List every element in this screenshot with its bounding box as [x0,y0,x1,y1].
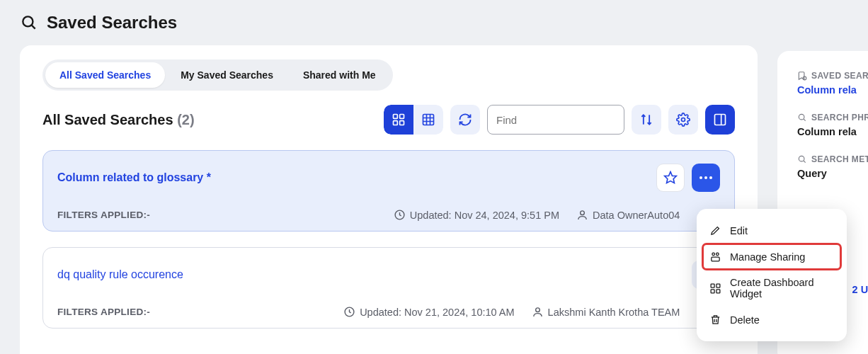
svg-rect-45 [711,289,714,292]
bookmark-icon [797,71,807,81]
svg-point-29 [535,308,539,312]
search-method-label: SEARCH METH [797,154,868,164]
svg-point-18 [704,176,707,179]
card-meta-row: FILTERS APPLIED:- Updated: Nov 21, 2024,… [57,306,720,318]
search-icon [797,113,807,122]
gear-icon [676,113,690,127]
card-header-row: Column related to glossary * [57,164,720,192]
panel-icon [713,113,727,127]
svg-point-41 [716,253,719,256]
svg-rect-6 [423,115,434,125]
grid-icon [392,113,406,127]
saved-search-name[interactable]: Column rela [797,84,868,96]
saved-search-card[interactable]: Column related to glossary * FILTERS APP… [42,150,735,232]
find-box[interactable] [487,105,624,135]
saved-search-title[interactable]: dq quality rule occurence [57,268,183,281]
svg-point-13 [682,118,685,122]
search-phrase-label: SEARCH PHRA [797,113,868,122]
section-title: All Saved Searches (2) [42,112,195,128]
svg-rect-42 [712,257,719,261]
svg-rect-3 [400,115,404,119]
search-phrase-value: Column rela [797,126,868,137]
owner-meta: Data OwnerAuto04 [576,209,680,221]
menu-delete[interactable]: Delete [702,307,841,333]
grid-view-button[interactable] [384,105,413,135]
sort-icon [639,113,653,127]
svg-rect-4 [394,121,398,125]
svg-rect-43 [711,284,714,287]
svg-point-40 [712,253,715,256]
search-icon [20,13,38,32]
svg-rect-2 [394,115,398,119]
settings-button[interactable] [668,105,698,135]
view-toggle [384,105,443,135]
saved-search-label: SAVED SEARC [797,71,868,81]
clock-icon [343,306,355,318]
tab-all-saved[interactable]: All Saved Searches [45,62,165,88]
widget-icon [709,282,721,295]
saved-search-card[interactable]: dq quality rule occurence FILTERS APPLIE… [42,247,735,329]
section-head: All Saved Searches (2) [42,105,735,135]
panel-toggle-button[interactable] [705,105,735,135]
search-method-value: Query [797,168,868,179]
tab-my-saved[interactable]: My Saved Searches [166,62,287,88]
filters-applied-label-side: PPL [797,196,868,206]
context-menu: Edit Manage Sharing Create Dashboard Wid… [697,209,847,341]
refresh-button[interactable] [450,105,480,135]
sort-button[interactable] [632,105,661,135]
user-icon [532,306,544,318]
star-icon [663,171,678,185]
menu-edit[interactable]: Edit [702,217,841,244]
svg-line-37 [804,119,806,121]
table-view-button[interactable] [413,105,443,135]
main-panel: All Saved Searches My Saved Searches Sha… [20,45,758,354]
menu-manage-sharing[interactable]: Manage Sharing [702,244,841,270]
owner-text: Data OwnerAuto04 [593,210,680,221]
svg-point-0 [23,16,33,26]
section-title-text: All Saved Searches [42,112,173,127]
dots-icon [699,176,713,180]
svg-rect-14 [715,115,726,125]
trash-icon [709,314,721,326]
updated-meta: Updated: Nov 21, 2024, 10:10 AM [343,306,514,318]
page-title: Saved Searches [47,13,177,33]
svg-point-36 [799,114,804,120]
tab-group: All Saved Searches My Saved Searches Sha… [42,59,393,91]
svg-line-39 [804,161,806,163]
more-actions-button[interactable] [692,164,720,192]
svg-rect-44 [716,284,720,287]
toolbar [384,105,735,135]
user-icon [576,209,588,221]
saved-search-title[interactable]: Column related to glossary * [57,171,211,184]
menu-create-dashboard-widget[interactable]: Create Dashboard Widget [702,270,841,307]
card-actions [656,164,720,192]
card-header-row: dq quality rule occurence [57,261,720,289]
filters-applied-label: FILTERS APPLIED:- [57,210,150,220]
svg-rect-46 [716,289,720,292]
tab-shared-with-me[interactable]: Shared with Me [289,62,390,88]
filters-applied-label: FILTERS APPLIED:- [57,307,150,317]
favorite-button[interactable] [656,164,685,192]
page-header: Saved Searches [0,0,868,40]
pencil-icon [709,224,721,236]
updated-text: Updated: Nov 21, 2024, 10:10 AM [360,307,514,318]
search-icon [797,154,807,164]
table-icon [421,113,435,127]
updated-text: Updated: Nov 24, 2024, 9:51 PM [410,210,559,221]
updated-meta: Updated: Nov 24, 2024, 9:51 PM [394,209,559,221]
svg-line-1 [31,25,35,28]
svg-point-21 [581,211,585,215]
svg-rect-5 [400,121,404,125]
svg-point-19 [709,176,712,179]
svg-point-38 [799,156,804,161]
share-people-icon [709,251,721,263]
refresh-icon [458,113,472,127]
card-meta-row: FILTERS APPLIED:- Updated: Nov 24, 2024,… [57,209,720,221]
result-count: (2) [177,112,194,127]
find-input[interactable] [496,114,631,126]
owner-text: Lakshmi Kanth Krotha TEAM [548,307,680,318]
clock-icon [394,209,406,221]
svg-point-17 [699,176,702,179]
svg-marker-16 [665,172,677,183]
owner-meta: Lakshmi Kanth Krotha TEAM [532,306,680,318]
